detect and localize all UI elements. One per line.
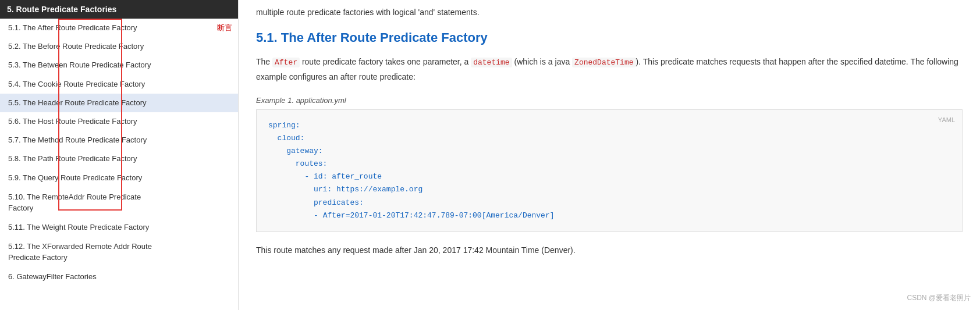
sidebar-item-5-1[interactable]: 5.1. The After Route Predicate Factory 断… bbox=[0, 19, 238, 37]
desc-code-datetime: datetime bbox=[471, 58, 512, 67]
code-line-5: - id: after_route bbox=[268, 170, 950, 183]
code-block: YAML spring: cloud: gateway: routes: - i… bbox=[256, 109, 963, 232]
sidebar-item-5-7-label: 5.7. The Method Route Predicate Factory bbox=[8, 136, 147, 144]
sidebar-item-5-3-label: 5.3. The Between Route Predicate Factory bbox=[8, 60, 151, 69]
desc-code-after: After bbox=[272, 58, 300, 67]
sidebar-item-6-label: 6. GatewayFilter Factories bbox=[8, 272, 97, 281]
sidebar-item-5-8[interactable]: 5.8. The Path Route Predicate Factory bbox=[0, 149, 238, 168]
sidebar-nav: 5.1. The After Route Predicate Factory 断… bbox=[0, 19, 238, 286]
sidebar-item-5-4-label: 5.4. The Cookie Route Predicate Factory bbox=[8, 80, 145, 88]
section-title: 5.1. The After Route Predicate Factory bbox=[256, 30, 963, 45]
code-line-2: cloud: bbox=[268, 132, 950, 145]
sidebar: 5. Route Predicate Factories 5.1. The Af… bbox=[0, 0, 239, 310]
yaml-label: YAML bbox=[938, 115, 955, 126]
sidebar-item-5-2[interactable]: 5.2. The Before Route Predicate Factory bbox=[0, 37, 238, 56]
sidebar-item-5-7[interactable]: 5.7. The Method Route Predicate Factory bbox=[0, 131, 238, 149]
code-line-6: uri: https://example.org bbox=[268, 183, 950, 196]
sidebar-item-5-6[interactable]: 5.6. The Host Route Predicate Factory bbox=[0, 112, 238, 131]
sidebar-item-5-11[interactable]: 5.11. The Weight Route Predicate Factory bbox=[0, 218, 238, 237]
description: The After route predicate factory takes … bbox=[256, 55, 963, 84]
sidebar-red-label: 断言 bbox=[217, 23, 232, 33]
sidebar-item-5-10-label: 5.10. The RemoteAddr Route PredicateFact… bbox=[8, 193, 141, 213]
sidebar-item-5-6-label: 5.6. The Host Route Predicate Factory bbox=[8, 117, 137, 126]
sidebar-item-5-12[interactable]: 5.12. The XForwarded Remote Addr RoutePr… bbox=[0, 237, 238, 268]
main-content: multiple route predicate factories with … bbox=[239, 0, 980, 310]
code-line-4: routes: bbox=[268, 158, 950, 170]
sidebar-item-5-3[interactable]: 5.3. The Between Route Predicate Factory bbox=[0, 56, 238, 74]
code-line-1: spring: bbox=[268, 119, 950, 132]
sidebar-item-5-8-label: 5.8. The Path Route Predicate Factory bbox=[8, 154, 137, 163]
desc-text-3: (which is a java bbox=[512, 57, 572, 66]
sidebar-item-5-10[interactable]: 5.10. The RemoteAddr Route PredicateFact… bbox=[0, 187, 238, 218]
sidebar-item-5-4[interactable]: 5.4. The Cookie Route Predicate Factory bbox=[0, 75, 238, 94]
intro-text: multiple route predicate factories with … bbox=[256, 6, 963, 19]
sidebar-item-6[interactable]: 6. GatewayFilter Factories bbox=[0, 268, 238, 286]
desc-text-1: The bbox=[256, 57, 272, 66]
sidebar-item-5-5-label: 5.5. The Header Route Predicate Factory bbox=[8, 98, 147, 107]
desc-code-zoneddatetime: ZonedDateTime bbox=[572, 58, 635, 67]
sidebar-item-5-12-label: 5.12. The XForwarded Remote Addr RoutePr… bbox=[8, 242, 152, 262]
code-line-3: gateway: bbox=[268, 145, 950, 158]
example-label: Example 1. application.yml bbox=[256, 96, 963, 105]
desc-text-2: route predicate factory takes one parame… bbox=[300, 57, 471, 66]
sidebar-item-5-9[interactable]: 5.9. The Query Route Predicate Factory bbox=[0, 169, 238, 187]
code-line-7: predicates: bbox=[268, 197, 950, 209]
sidebar-item-5-9-label: 5.9. The Query Route Predicate Factory bbox=[8, 173, 142, 182]
sidebar-header: 5. Route Predicate Factories bbox=[0, 0, 238, 19]
csdn-watermark: CSDN @爱看老照片 bbox=[907, 293, 971, 303]
sidebar-item-5-2-label: 5.2. The Before Route Predicate Factory bbox=[8, 42, 144, 51]
sidebar-item-5-1-label: 5.1. The After Route Predicate Factory bbox=[8, 23, 137, 32]
sidebar-item-5-11-label: 5.11. The Weight Route Predicate Factory bbox=[8, 223, 149, 231]
bottom-text: This route matches any request made afte… bbox=[256, 244, 963, 256]
code-line-8: - After=2017-01-20T17:42:47.789-07:00[Am… bbox=[268, 209, 950, 222]
sidebar-item-5-5[interactable]: 5.5. The Header Route Predicate Factory bbox=[0, 94, 238, 112]
